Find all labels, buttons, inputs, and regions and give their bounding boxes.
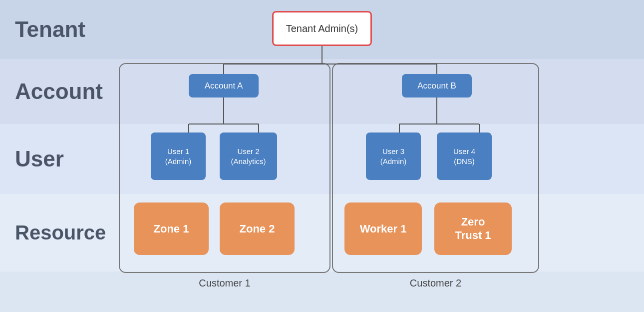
account-a-box: Account A <box>189 74 259 98</box>
zone2-box: Zone 2 <box>220 202 295 255</box>
resource-label: Resource <box>0 194 100 272</box>
user2-box: User 2 (Analytics) <box>220 132 277 180</box>
diagram-container: Tenant Account User Resource <box>0 0 644 312</box>
zerotrust1-box: Zero Trust 1 <box>434 202 512 255</box>
customer1-label: Customer 1 <box>119 278 330 289</box>
user3-box: User 3 (Admin) <box>366 132 421 180</box>
account-label: Account <box>0 59 100 124</box>
user-label: User <box>0 124 100 194</box>
tenant-admin-box: Tenant Admin(s) <box>272 11 372 46</box>
worker1-box: Worker 1 <box>344 202 422 255</box>
zone1-box: Zone 1 <box>134 202 209 255</box>
account-b-box: Account B <box>402 74 472 98</box>
user1-box: User 1 (Admin) <box>151 132 206 180</box>
tenant-label: Tenant <box>0 0 100 59</box>
user4-box: User 4 (DNS) <box>437 132 492 180</box>
customer2-label: Customer 2 <box>332 278 539 289</box>
